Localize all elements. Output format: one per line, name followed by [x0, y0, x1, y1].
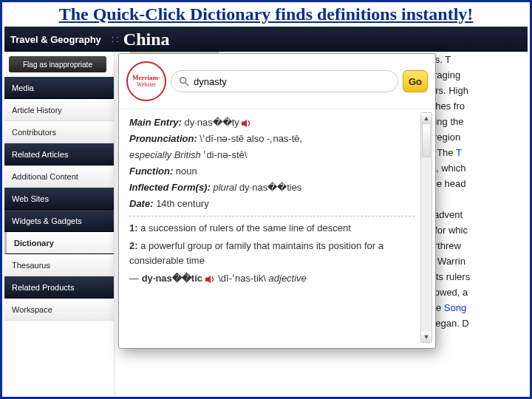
- main-entry-value: dy·nas��ty: [184, 117, 239, 128]
- def-number-2: 2:: [129, 240, 138, 251]
- sidebar-item-additional-content[interactable]: Additional Content: [4, 166, 114, 188]
- sidebar-item-contributors[interactable]: Contributors: [4, 121, 114, 143]
- derivative-dash: —: [129, 273, 142, 284]
- search-icon: [179, 76, 189, 86]
- sidebar-item-thesaurus[interactable]: Thesaurus: [4, 254, 114, 276]
- derivative-pron: \dī-ˈnas-tik\: [218, 273, 268, 284]
- scrollbar[interactable]: ▲ ▼: [420, 112, 432, 343]
- definition-2: a powerful group or family that maintain…: [129, 240, 383, 266]
- sidebar-item-article-history[interactable]: Article History: [4, 99, 114, 121]
- svg-line-1: [185, 83, 188, 86]
- svg-marker-3: [205, 275, 211, 283]
- article-link[interactable]: T: [456, 147, 462, 158]
- category-header: Travel & Geography : : China: [4, 27, 528, 52]
- derivative-word: dy·nas��tic: [142, 273, 202, 284]
- date-value: 14th century: [156, 198, 209, 209]
- scroll-down-arrow[interactable]: ▼: [421, 332, 432, 342]
- go-button[interactable]: Go: [403, 70, 428, 92]
- sidebar: Flag as inappropriate Media Article Hist…: [4, 52, 115, 395]
- dictionary-header: Merriam-Webster Go: [119, 54, 435, 109]
- inflected-label: Inflected Form(s):: [129, 182, 211, 193]
- def-number-1: 1:: [129, 222, 138, 233]
- function-value: noun: [176, 166, 197, 177]
- audio-icon[interactable]: [242, 119, 252, 128]
- sidebar-item-widgets-gadgets[interactable]: Widgets & Gadgets: [4, 210, 114, 232]
- dictionary-entry: Main Entry: dy·nas��ty Pronunciation: \ˈ…: [119, 109, 435, 346]
- scroll-up-arrow[interactable]: ▲: [421, 113, 432, 123]
- main-entry-label: Main Entry:: [129, 117, 182, 128]
- inflected-value: dy·nas��ties: [236, 182, 301, 193]
- pronunciation-value: \ˈdī-nə-stē also -ˌnas-tē,: [200, 133, 302, 144]
- svg-point-0: [180, 78, 186, 83]
- pronunciation-value-2: ˈdi-nə-stē\: [201, 149, 248, 160]
- inflected-prefix: plural: [213, 182, 236, 193]
- page-title: China: [123, 30, 170, 50]
- date-label: Date:: [129, 198, 154, 209]
- pronunciation-note: especially British: [129, 149, 201, 160]
- dictionary-popup: Merriam-Webster Go Main Entry: dy·nas��t…: [118, 53, 436, 349]
- dictionary-search-input[interactable]: [194, 76, 390, 87]
- dictionary-search[interactable]: [171, 70, 398, 92]
- sidebar-item-related-articles[interactable]: Related Articles: [4, 143, 114, 166]
- flag-inappropriate-button[interactable]: Flag as inappropriate: [9, 56, 106, 72]
- slide-title: The Quick-Click Dictionary finds definit…: [37, 3, 495, 26]
- derivative-pos: adjective: [269, 273, 307, 284]
- category-label: Travel & Geography: [10, 34, 101, 45]
- divider: [129, 216, 415, 216]
- article-link[interactable]: Song: [444, 302, 466, 313]
- pronunciation-label: Pronunciation:: [129, 133, 197, 144]
- audio-icon[interactable]: [205, 275, 216, 284]
- sidebar-item-workspace[interactable]: Workspace: [4, 299, 114, 321]
- merriam-webster-logo: Merriam-Webster: [126, 61, 166, 101]
- separator: : :: [112, 34, 119, 44]
- function-label: Function:: [129, 166, 173, 177]
- definition-1: a succession of rulers of the same line …: [138, 222, 351, 233]
- scroll-thumb[interactable]: [422, 123, 431, 157]
- sidebar-item-media[interactable]: Media: [4, 77, 114, 99]
- sidebar-item-dictionary[interactable]: Dictionary: [4, 232, 114, 254]
- sidebar-item-web-sites[interactable]: Web Sites: [4, 188, 114, 210]
- sidebar-item-related-products[interactable]: Related Products: [4, 276, 114, 299]
- svg-marker-2: [242, 119, 247, 127]
